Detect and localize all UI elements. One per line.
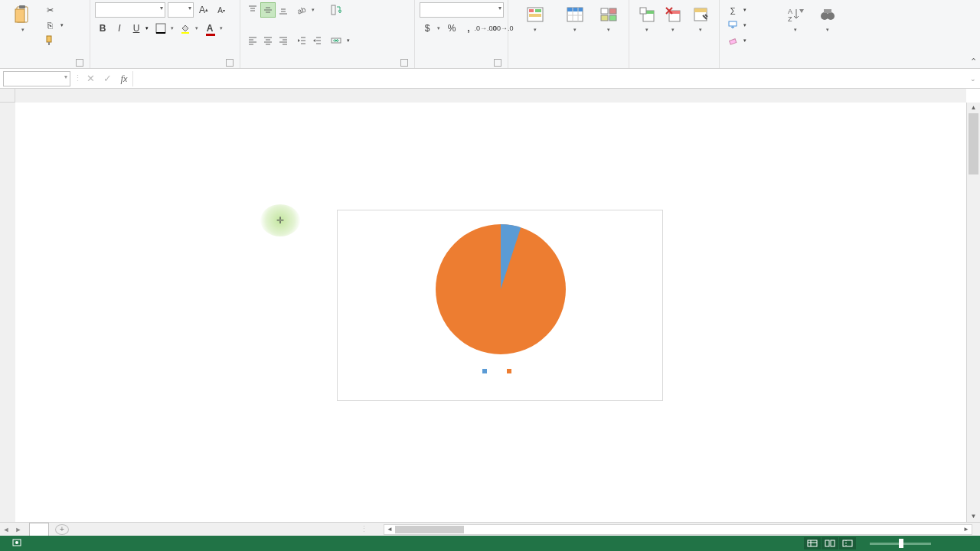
font-size-select[interactable] [168, 2, 194, 18]
delete-cells-button[interactable]: ▾ [659, 2, 686, 33]
merge-center-button[interactable]: ▾ [328, 33, 352, 48]
hscroll-thumb[interactable] [395, 526, 464, 533]
autosum-button[interactable]: ∑▾ [724, 2, 779, 18]
copy-button[interactable]: ⎘▾ [41, 18, 66, 33]
align-middle-button[interactable] [260, 2, 276, 18]
align-top-button[interactable] [245, 2, 260, 18]
border-dropdown[interactable]: ▾ [168, 21, 176, 36]
fill-color-dropdown[interactable]: ▾ [193, 21, 201, 36]
svg-rect-49 [601, 15, 608, 21]
enter-formula-button[interactable]: ✓ [99, 71, 116, 86]
border-button[interactable] [153, 21, 168, 36]
font-color-dropdown[interactable]: ▾ [217, 21, 225, 36]
find-select-button[interactable]: ▾ [812, 2, 844, 33]
pie-chart [338, 217, 664, 362]
cond-format-icon [524, 4, 546, 25]
underline-button[interactable]: U [129, 21, 144, 36]
svg-rect-73 [825, 540, 829, 546]
add-sheet-button[interactable]: + [55, 524, 69, 535]
conditional-formatting-button[interactable]: ▾ [513, 2, 557, 33]
sheet-tab-1[interactable] [29, 523, 49, 536]
italic-button[interactable]: I [112, 21, 127, 36]
decrease-decimal-button[interactable]: .00→.0 [495, 21, 510, 36]
insert-icon [636, 4, 658, 25]
wrap-text-icon [330, 4, 342, 16]
horizontal-scrollbar[interactable]: ◄ ► [384, 524, 972, 535]
macro-record-icon[interactable] [12, 538, 21, 549]
svg-point-65 [827, 12, 835, 20]
sheet-tabs: ◄ ► + ⋮ ◄ ► [0, 522, 980, 536]
zoom-thumb[interactable] [899, 539, 903, 548]
dialog-launcher-icon[interactable] [494, 59, 501, 67]
align-left-button[interactable] [245, 33, 260, 48]
font-name-select[interactable] [95, 2, 165, 18]
decrease-indent-button[interactable] [294, 33, 309, 48]
dialog-launcher-icon[interactable] [400, 59, 408, 67]
format-icon [690, 4, 711, 25]
svg-rect-61 [730, 39, 737, 44]
increase-indent-button[interactable] [309, 33, 325, 48]
svg-rect-75 [843, 540, 852, 546]
merge-icon [330, 34, 342, 47]
format-cells-button[interactable]: ▾ [686, 2, 714, 33]
scroll-down-icon[interactable]: ▼ [967, 511, 980, 522]
column-headers[interactable] [15, 89, 966, 103]
wrap-text-button[interactable] [328, 2, 352, 18]
svg-rect-74 [831, 540, 835, 546]
number-format-select[interactable] [420, 2, 504, 18]
sort-filter-icon: AZ [785, 4, 806, 25]
vertical-scrollbar[interactable]: ▲ ▼ [966, 103, 980, 522]
fill-button[interactable]: ▾ [724, 18, 779, 33]
table-format-icon [564, 4, 586, 25]
group-font: A▴ A▾ B I U▾ ▾ ▾ A▾ [90, 0, 240, 68]
clear-button[interactable]: ▾ [724, 33, 779, 48]
select-all-corner[interactable] [0, 89, 15, 103]
zoom-slider[interactable] [870, 543, 931, 545]
svg-point-69 [15, 541, 18, 544]
format-painter-button[interactable] [41, 33, 66, 48]
name-box[interactable] [3, 71, 70, 86]
dialog-launcher-icon[interactable] [226, 59, 234, 67]
group-label-editing [724, 67, 845, 68]
chart-object[interactable] [337, 210, 663, 401]
align-right-button[interactable] [276, 33, 291, 48]
dialog-launcher-icon[interactable] [76, 59, 83, 67]
increase-font-button[interactable]: A▴ [196, 2, 211, 18]
sigma-icon: ∑ [727, 4, 739, 16]
cut-button[interactable]: ✂ [41, 2, 66, 18]
tab-nav-next[interactable]: ► [12, 526, 24, 533]
tab-nav-prev[interactable]: ◄ [0, 526, 12, 533]
group-label-clipboard [5, 67, 85, 68]
scroll-right-icon[interactable]: ► [961, 525, 972, 534]
collapse-ribbon-icon[interactable]: ⌃ [970, 57, 977, 67]
insert-function-button[interactable]: fx [116, 71, 132, 86]
vscroll-thumb[interactable] [969, 113, 978, 174]
cells-area[interactable] [15, 103, 966, 522]
bold-button[interactable]: B [95, 21, 110, 36]
expand-formula-bar-button[interactable]: ⌄ [966, 75, 980, 83]
insert-cells-button[interactable]: ▾ [634, 2, 659, 33]
fill-color-button[interactable] [178, 21, 193, 36]
accounting-button[interactable]: $ [420, 21, 435, 36]
formula-input[interactable] [132, 71, 966, 86]
page-layout-view-button[interactable] [822, 537, 838, 549]
page-break-view-button[interactable] [839, 537, 856, 549]
svg-rect-43 [567, 8, 583, 11]
align-bottom-button[interactable] [276, 2, 291, 18]
scroll-left-icon[interactable]: ◄ [384, 525, 395, 534]
decrease-font-button[interactable]: A▾ [214, 2, 229, 18]
align-center-button[interactable] [260, 33, 276, 48]
cell-styles-button[interactable]: ▾ [593, 2, 624, 33]
normal-view-button[interactable] [804, 537, 821, 549]
svg-text:ab: ab [296, 5, 307, 15]
cancel-formula-button[interactable]: ✕ [82, 71, 99, 86]
row-headers[interactable] [0, 103, 15, 522]
scroll-up-icon[interactable]: ▲ [967, 103, 980, 113]
percent-button[interactable]: % [444, 21, 459, 36]
format-as-table-button[interactable]: ▾ [557, 2, 593, 33]
group-label-cells [634, 67, 714, 68]
paste-button[interactable]: ▾ [5, 2, 41, 33]
font-color-button[interactable]: A [202, 21, 217, 36]
sort-filter-button[interactable]: AZ▾ [779, 2, 812, 33]
orientation-button[interactable]: ab [294, 2, 309, 18]
